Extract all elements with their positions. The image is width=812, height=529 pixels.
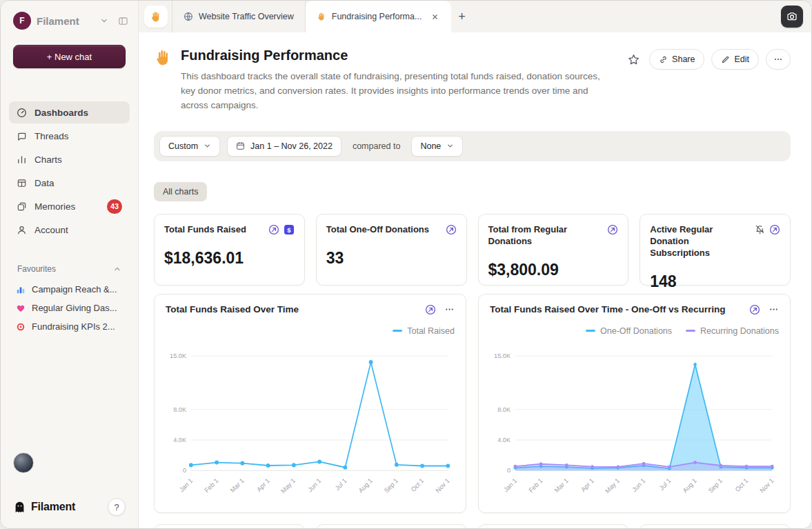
- chart-title: Total Funds Raised Over Time - One-Off v…: [490, 304, 726, 315]
- page-description: This dashboard tracks the overall state …: [181, 70, 617, 113]
- svg-text:Jul 1: Jul 1: [657, 477, 672, 492]
- footer-brand-name: Filament: [31, 501, 75, 513]
- threads-icon: [17, 131, 27, 141]
- more-options-button[interactable]: [766, 49, 791, 70]
- svg-text:15.0K: 15.0K: [494, 352, 511, 359]
- page-title: Fundraising Performance: [181, 48, 617, 63]
- camera-icon: [786, 11, 798, 22]
- svg-text:4.0K: 4.0K: [173, 436, 187, 443]
- favourites-header: Favourites: [1, 264, 138, 274]
- sidebar-footer: Filament ?: [1, 444, 138, 528]
- star-icon: [628, 54, 640, 66]
- sidebar-header: F Filament: [1, 1, 138, 35]
- favourite-star-button[interactable]: [625, 49, 642, 70]
- svg-text:Nov 1: Nov 1: [434, 477, 451, 495]
- new-tab-button[interactable]: +: [451, 6, 472, 27]
- legend-label: Total Raised: [407, 326, 455, 336]
- range-type-dropdown[interactable]: Custom: [159, 136, 220, 157]
- chart-type-icon[interactable]: [749, 304, 760, 315]
- kpi-card-active-regular-donation-subscriptions: Active Regular Donation Subscriptions 14…: [640, 214, 791, 286]
- favourites-collapse-chevron-up-icon[interactable]: [113, 265, 121, 273]
- sidebar-item-label: Account: [34, 225, 122, 235]
- tab-fundraising-performance[interactable]: Fundraising Performa...: [306, 1, 452, 32]
- chart-type-icon[interactable]: [268, 224, 279, 235]
- sidebar-item-dashboards[interactable]: Dashboards: [9, 101, 130, 123]
- bell-off-icon[interactable]: [755, 224, 765, 234]
- all-charts-chip[interactable]: All charts: [154, 182, 207, 201]
- help-button[interactable]: ?: [108, 498, 126, 516]
- brand-logo: F: [13, 12, 31, 30]
- legend-item[interactable]: Total Raised: [393, 326, 455, 336]
- sidebar-item-account[interactable]: Account: [9, 219, 130, 241]
- hand-wave-icon: [150, 10, 162, 23]
- new-chat-button[interactable]: + New chat: [13, 45, 126, 68]
- kpi-grid: Total Funds Raised $ $18,636.01: [154, 214, 791, 286]
- sidebar-item-threads[interactable]: Threads: [9, 125, 130, 147]
- date-range-picker[interactable]: Jan 1 – Nov 26, 2022: [227, 136, 341, 157]
- legend-label: One-Off Donations: [600, 326, 672, 336]
- sidebar-nav: Dashboards Threads Charts Data: [1, 101, 138, 241]
- compare-value: None: [420, 141, 441, 151]
- sidebar-item-label: Charts: [34, 154, 122, 165]
- legend-item[interactable]: Recurring Donations: [686, 326, 779, 336]
- link-icon: [659, 55, 668, 64]
- svg-text:Sep 1: Sep 1: [383, 477, 400, 495]
- kpi-title: Active Regular Donation Subscriptions: [650, 223, 749, 259]
- sidebar-item-label: Threads: [34, 131, 122, 141]
- tab-website-traffic-overview[interactable]: Website Traffic Overview: [172, 1, 306, 32]
- memories-count-badge: 43: [107, 199, 122, 214]
- kpi-value: $3,800.09: [488, 261, 619, 279]
- favourite-item-regular-giving[interactable]: Regular Giving Das...: [10, 301, 128, 315]
- sidebar-item-charts[interactable]: Charts: [9, 148, 130, 170]
- chart-grid: Total Funds Raised Over Time: [154, 294, 791, 513]
- svg-text:15.0K: 15.0K: [170, 352, 187, 359]
- date-filter-bar: Custom Jan 1 – Nov 26, 2022 compared to …: [154, 131, 791, 161]
- dashboard-content: Fundraising Performance This dashboard t…: [139, 32, 811, 528]
- svg-text:Jun 1: Jun 1: [631, 477, 647, 494]
- edit-button[interactable]: Edit: [711, 49, 759, 70]
- heart-icon: [16, 303, 26, 313]
- chart-type-icon[interactable]: [607, 224, 618, 235]
- home-pinned-tab[interactable]: [144, 6, 168, 28]
- dashboard-icon: [17, 108, 27, 118]
- sidebar-collapse-icon[interactable]: [118, 16, 128, 26]
- tab-bar: Website Traffic Overview Fundraising Per…: [139, 1, 811, 32]
- bottom-card-grid: Total from Ticket Sales Donation Form Co…: [154, 524, 791, 528]
- sidebar: F Filament + New chat Dashboards: [1, 1, 139, 528]
- chart-menu-ellipsis-icon[interactable]: [444, 304, 455, 315]
- app-window: F Filament + New chat Dashboards: [0, 0, 812, 529]
- legend-label: Recurring Donations: [700, 326, 779, 336]
- range-type-value: Custom: [168, 141, 198, 151]
- legend-item[interactable]: One-Off Donations: [586, 326, 672, 336]
- svg-text:May 1: May 1: [279, 477, 297, 495]
- workspace-chevron-down-icon[interactable]: [100, 17, 108, 25]
- hand-wave-icon: [154, 48, 172, 67]
- legend-swatch: [393, 330, 402, 332]
- svg-text:Aug 1: Aug 1: [681, 477, 698, 495]
- calendar-icon: [236, 141, 245, 150]
- kpi-value: 148: [650, 272, 780, 291]
- chart-type-icon[interactable]: [425, 304, 436, 315]
- kpi-card-total-funds-raised: Total Funds Raised $ $18,636.01: [154, 214, 305, 286]
- sidebar-item-data[interactable]: Data: [9, 172, 130, 194]
- tab-close-icon[interactable]: [430, 12, 440, 22]
- chart-card-total-funds-raised-over-time: Total Funds Raised Over Time: [154, 294, 466, 513]
- svg-text:4.0K: 4.0K: [497, 436, 511, 443]
- favourite-item-campaign-reach[interactable]: Campaign Reach &...: [10, 282, 128, 297]
- tab-label: Website Traffic Overview: [199, 12, 294, 21]
- share-button[interactable]: Share: [649, 49, 704, 70]
- compare-dropdown[interactable]: None: [411, 136, 463, 157]
- kpi-value: 33: [326, 249, 457, 268]
- sidebar-item-memories[interactable]: Memories 43: [9, 195, 130, 217]
- chart-type-icon[interactable]: [446, 224, 457, 235]
- kpi-title: Total Funds Raised: [164, 223, 246, 235]
- screenshot-camera-button[interactable]: [781, 6, 803, 28]
- svg-text:Jan 1: Jan 1: [178, 477, 195, 494]
- main-area: Website Traffic Overview Fundraising Per…: [139, 1, 811, 528]
- chart-menu-ellipsis-icon[interactable]: [769, 304, 779, 315]
- user-avatar[interactable]: [13, 452, 34, 473]
- chart-type-icon[interactable]: [769, 224, 780, 235]
- svg-text:Nov 1: Nov 1: [758, 477, 775, 495]
- chart-legend: Total Raised: [166, 326, 455, 336]
- favourite-item-fundraising-kpis[interactable]: Fundraising KPIs 2...: [10, 319, 128, 334]
